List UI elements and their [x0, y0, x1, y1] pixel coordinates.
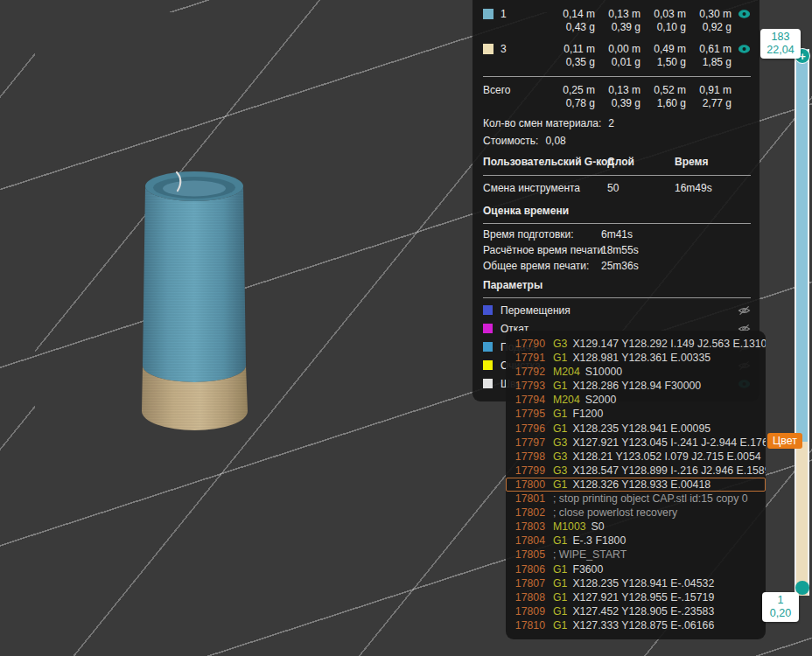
gcode-command: G1 [553, 351, 567, 365]
layer-slider-track[interactable] [794, 49, 809, 596]
gcode-command: G1 [553, 534, 567, 548]
gcode-command: G3 [553, 464, 567, 478]
legend-color-swatch [483, 305, 493, 315]
gcode-command: G1 [553, 590, 567, 604]
gcode-line[interactable]: 17802; close powerlost recovery [506, 506, 766, 520]
usage-length: 0,52 m [640, 84, 686, 97]
gcode-line[interactable]: 17804G1E-.3 F1800 [506, 534, 766, 548]
visibility-on-icon[interactable] [738, 9, 751, 19]
gcode-command: G3 [553, 337, 567, 351]
printed-model[interactable] [131, 162, 262, 442]
usage-length: 0,61 m [686, 43, 732, 56]
gcode-line[interactable]: 17800G1X128.326 Y128.933 E.00418 [506, 478, 766, 492]
gcode-line[interactable]: 17798G3X128.21 Y123.052 I.079 J2.715 E.0… [506, 450, 766, 464]
legend-color-swatch [483, 360, 493, 370]
filament-usage-cell: 0,03 m0,10 g [640, 8, 686, 34]
gcode-args: F1200 [572, 407, 603, 421]
bottom-layer-height: 0,20 [766, 607, 795, 620]
filament-row: 30,11 m0,35 g0,00 m0,01 g0,49 m1,50 g0,6… [483, 38, 751, 73]
gcode-line-number: 17806 [513, 562, 545, 576]
filament-usage-table: 10,14 m0,43 g0,13 m0,39 g0,03 m0,10 g0,3… [483, 3, 751, 73]
gcode-args: E-.3 F1800 [572, 534, 626, 548]
custom-gcode-col2: Слой [607, 156, 675, 168]
material-changes-label: Кол-во смен материала: [483, 117, 601, 129]
gcode-line[interactable]: 17794M204S2000 [506, 393, 766, 407]
gcode-line[interactable]: 17809G1X127.452 Y128.905 E-.23583 [506, 604, 766, 618]
top-layer-height: 22,04 [764, 44, 797, 57]
gcode-line[interactable]: 17805; WIPE_START [506, 548, 766, 562]
gcode-command: G1 [553, 618, 567, 632]
layer-slider-range-top [796, 49, 808, 442]
gcode-line[interactable]: 17790G3X129.147 Y128.292 I.149 J2.563 E.… [506, 337, 766, 351]
gcode-line[interactable]: 17795G1F1200 [506, 407, 766, 421]
model-layer-texture [142, 186, 248, 430]
filament-usage-cell: 0,13 m0,39 g [595, 84, 640, 110]
visibility-off-icon[interactable] [738, 305, 751, 316]
gcode-line-number: 17797 [513, 436, 545, 450]
usage-length: 0,14 m [550, 8, 595, 21]
gcode-lines: 17790G3X129.147 Y128.292 I.149 J2.563 E.… [506, 337, 766, 632]
gcode-line-number: 17802 [513, 506, 545, 520]
filament-id: 1 [500, 8, 550, 20]
gcode-command: M1003 [553, 520, 586, 534]
legend-color-swatch [483, 342, 493, 352]
gcode-command: M204 [553, 365, 580, 379]
gcode-line[interactable]: 17793G1X128.286 Y128.94 F30000 [506, 379, 766, 393]
custom-gcode-col3: Время [675, 156, 751, 168]
gcode-viewer-panel[interactable]: 17790G3X129.147 Y128.292 I.149 J2.563 E.… [506, 331, 766, 639]
time-row-value: 25m36s [601, 260, 639, 272]
usage-weight: 0,01 g [595, 56, 640, 69]
custom-gcode-col1: Пользовательский G-код [483, 156, 607, 168]
usage-length: 0,13 m [595, 8, 640, 21]
gcode-comment: ; close powerlost recovery [553, 506, 677, 520]
options-title: Параметры [483, 274, 751, 295]
gcode-args: X127.333 Y128.875 E-.06166 [572, 618, 714, 632]
filament-usage-cell: 0,30 m0,92 g [686, 8, 732, 34]
gcode-line[interactable]: 17796G1X128.235 Y128.941 E.00095 [506, 422, 766, 436]
layer-slider-bottom-tooltip: 1 0,20 [762, 592, 799, 622]
gcode-line[interactable]: 17792M204S10000 [506, 365, 766, 379]
gcode-command: G1 [553, 407, 567, 421]
gcode-args: X128.286 Y128.94 F30000 [572, 379, 701, 393]
usage-length: 0,13 m [595, 84, 640, 97]
time-row-label: Общее время печати: [483, 260, 601, 272]
divider [483, 175, 751, 176]
divider [483, 76, 751, 77]
gcode-args: X128.547 Y128.899 I-.216 J2.946 E.15895 [572, 464, 766, 478]
usage-length: 0,30 m [686, 8, 732, 21]
filament-usage-cell: 0,91 m2,77 g [686, 84, 732, 110]
gcode-args: X128.326 Y128.933 E.00418 [572, 478, 710, 492]
usage-weight: 1,60 g [640, 97, 686, 110]
filament-visibility-cell [732, 9, 751, 19]
gcode-args: S10000 [585, 365, 622, 379]
gcode-command: G1 [553, 478, 567, 492]
model-top-opening [145, 171, 243, 201]
gcode-line[interactable]: 17803M1003S0 [506, 520, 766, 534]
usage-weight: 2,77 g [686, 97, 732, 110]
bottom-layer-number: 1 [766, 594, 795, 607]
gcode-line[interactable]: 17791G1X128.981 Y128.361 E.00335 [506, 351, 766, 365]
gcode-line[interactable]: 17807G1X128.235 Y128.941 E-.04532 [506, 576, 766, 590]
gcode-line-number: 17800 [513, 478, 545, 492]
gcode-line[interactable]: 17806G1F3600 [506, 562, 766, 576]
gcode-args: S2000 [585, 393, 617, 407]
gcode-line[interactable]: 17801; stop printing object CAP.stl id:1… [506, 492, 766, 506]
color-change-badge[interactable]: Цвет [767, 433, 802, 449]
gcode-line[interactable]: 17797G3X127.921 Y123.045 I-.241 J-2.944 … [506, 436, 766, 450]
tool-change-time: 16m49s [675, 182, 751, 194]
gcode-line[interactable]: 17810G1X127.333 Y128.875 E-.06166 [506, 618, 766, 632]
material-changes-value: 2 [608, 117, 614, 129]
time-estimate-title: Оценка времени [483, 199, 751, 220]
filament-usage-cell: 0,49 m1,50 g [640, 43, 686, 69]
gcode-line[interactable]: 17808G1X127.921 Y128.955 E-.15719 [506, 590, 766, 604]
legend-row: Перемещения [483, 301, 751, 319]
divider [483, 223, 751, 224]
gcode-command: G1 [553, 422, 567, 436]
gcode-line[interactable]: 17799G3X128.547 Y128.899 I-.216 J2.946 E… [506, 464, 766, 478]
usage-length: 0,11 m [550, 43, 595, 56]
visibility-on-icon[interactable] [738, 44, 751, 54]
usage-weight: 0,43 g [550, 21, 595, 34]
gcode-command: G1 [553, 576, 567, 590]
usage-weight: 0,35 g [550, 56, 595, 69]
gcode-line-number: 17796 [513, 422, 545, 436]
